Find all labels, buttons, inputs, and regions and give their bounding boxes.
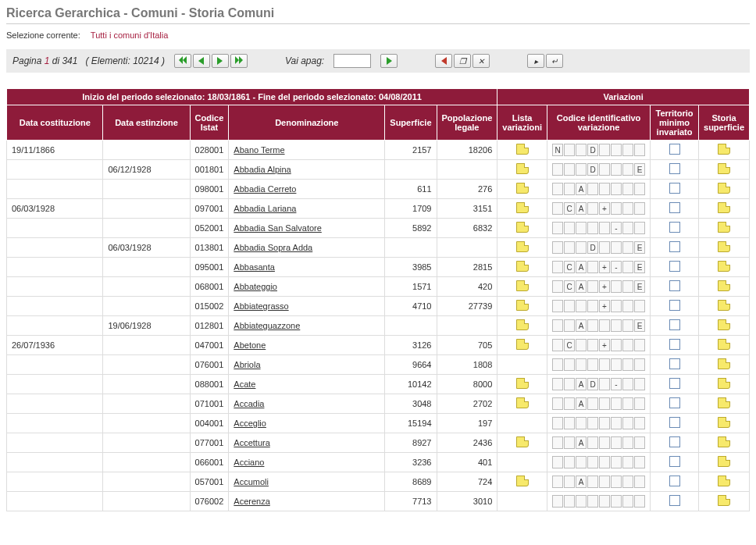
code-box (552, 300, 563, 312)
denom-link[interactable]: Accumoli (234, 477, 269, 486)
checkbox-icon[interactable] (669, 241, 680, 252)
note-icon[interactable] (718, 476, 730, 486)
checkbox-icon[interactable] (669, 300, 680, 311)
denom-link[interactable]: Abano Terme (234, 145, 284, 155)
note-icon[interactable] (516, 241, 529, 252)
denom-link[interactable]: Abbadia Alpina (234, 165, 291, 174)
denom-link[interactable]: Abbadia San Salvatore (234, 223, 322, 233)
denom-link[interactable]: Abbadia Lariana (234, 204, 296, 213)
cell-data-estinzione (103, 180, 190, 199)
note-icon[interactable] (718, 202, 730, 213)
denom-link[interactable]: Acceglio (234, 419, 266, 428)
denom-link[interactable]: Accadia (234, 399, 264, 408)
note-icon[interactable] (516, 222, 529, 233)
note-icon[interactable] (516, 476, 529, 486)
checkbox-icon[interactable] (669, 222, 680, 233)
checkbox-icon[interactable] (669, 144, 680, 155)
denom-link[interactable]: Abbiategrasso (234, 301, 288, 311)
denom-link[interactable]: Acate (234, 379, 255, 389)
tool-a-button[interactable]: ▸ (527, 54, 544, 68)
note-icon[interactable] (516, 339, 529, 350)
checkbox-icon[interactable] (669, 476, 680, 486)
cell-data-costituzione (7, 472, 103, 492)
export-button[interactable]: ✕ (472, 54, 490, 68)
note-icon[interactable] (718, 358, 730, 369)
cell-territorio (651, 472, 699, 492)
denom-link[interactable]: Abbasanta (234, 262, 275, 272)
checkbox-icon[interactable] (669, 397, 680, 408)
back-button[interactable] (435, 54, 452, 68)
code-box (552, 280, 563, 293)
checkbox-icon[interactable] (669, 339, 680, 350)
checkbox-icon[interactable] (669, 378, 680, 389)
code-box (634, 476, 645, 488)
checkbox-icon[interactable] (669, 436, 680, 447)
note-icon[interactable] (718, 144, 730, 155)
goto-page-button[interactable] (380, 54, 398, 68)
note-icon[interactable] (516, 378, 529, 389)
note-icon[interactable] (718, 163, 730, 174)
cell-codice-istat: 095001 (190, 258, 229, 277)
checkbox-icon[interactable] (669, 183, 680, 194)
denom-link[interactable]: Abriola (234, 360, 260, 369)
copy-button[interactable]: ❐ (454, 54, 471, 68)
note-icon[interactable] (718, 261, 730, 272)
first-page-button[interactable] (174, 54, 191, 68)
denom-link[interactable]: Acerenza (234, 497, 269, 506)
note-icon[interactable] (718, 436, 730, 447)
note-icon[interactable] (718, 495, 730, 506)
note-icon[interactable] (516, 183, 529, 194)
note-icon[interactable] (718, 397, 730, 408)
note-icon[interactable] (718, 417, 730, 428)
note-icon[interactable] (516, 202, 529, 213)
checkbox-icon[interactable] (669, 163, 680, 174)
note-icon[interactable] (718, 300, 730, 311)
checkbox-icon[interactable] (669, 358, 680, 369)
code-box (587, 476, 598, 488)
note-icon[interactable] (718, 280, 730, 291)
note-icon[interactable] (516, 144, 529, 155)
note-icon[interactable] (718, 339, 730, 350)
note-icon[interactable] (516, 280, 529, 291)
note-icon[interactable] (516, 397, 529, 408)
checkbox-icon[interactable] (669, 319, 680, 330)
denom-link[interactable]: Abbiateguazzone (234, 321, 300, 330)
denom-link[interactable]: Abbateggio (234, 282, 277, 291)
denom-link[interactable]: Accettura (234, 438, 269, 447)
denom-link[interactable]: Abbadia Sopra Adda (234, 243, 312, 252)
denom-link[interactable]: Abbadia Cerreto (234, 184, 296, 194)
checkbox-icon[interactable] (669, 417, 680, 428)
code-box: E (634, 261, 645, 273)
note-icon[interactable] (718, 456, 730, 467)
next-page-button[interactable] (212, 54, 229, 68)
col-data-est: Data estinzione (103, 105, 190, 141)
cell-denominazione: Abbadia Sopra Adda (229, 238, 385, 258)
last-page-button[interactable] (230, 54, 248, 68)
code-box (576, 241, 587, 254)
prev-page-button[interactable] (193, 54, 210, 68)
note-icon[interactable] (718, 222, 730, 233)
note-icon[interactable] (718, 378, 730, 389)
note-icon[interactable] (516, 163, 529, 174)
cell-popolazione: 8000 (437, 375, 497, 394)
note-icon[interactable] (516, 319, 529, 330)
note-icon[interactable] (718, 183, 730, 194)
cell-superficie (385, 238, 437, 258)
tool-b-button[interactable]: ↵ (546, 54, 563, 68)
denom-link[interactable]: Abetone (234, 340, 266, 350)
note-icon[interactable] (516, 261, 529, 272)
code-box (587, 202, 598, 215)
note-icon[interactable] (516, 300, 529, 311)
checkbox-icon[interactable] (669, 495, 680, 506)
checkbox-icon[interactable] (669, 280, 680, 291)
code-box (611, 319, 622, 332)
goto-page-input[interactable] (333, 54, 371, 68)
checkbox-icon[interactable] (669, 456, 680, 467)
note-icon[interactable] (516, 436, 529, 447)
checkbox-icon[interactable] (669, 202, 680, 213)
denom-link[interactable]: Acciano (234, 458, 264, 467)
cell-territorio (651, 433, 699, 453)
note-icon[interactable] (718, 319, 730, 330)
checkbox-icon[interactable] (669, 261, 680, 272)
note-icon[interactable] (718, 241, 730, 252)
